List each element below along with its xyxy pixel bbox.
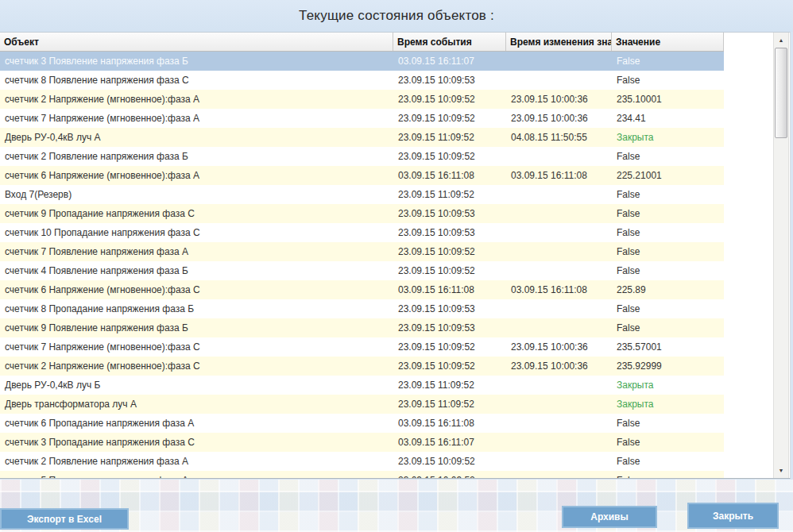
table-row[interactable]: Дверь РУ-0,4кВ луч Б23.09.15 11:09:52Зак… — [0, 376, 724, 395]
cell-change-time — [506, 242, 612, 261]
cell-value: False — [612, 452, 724, 471]
table-row[interactable]: счетчик 6 Напряжение (мгновенное):фаза С… — [0, 280, 724, 299]
cell-event-time: 03.09.15 16:11:08 — [393, 414, 506, 433]
cell-value: False — [612, 433, 724, 452]
table-row[interactable]: счетчик 6 Напряжение (мгновенное):фаза А… — [0, 166, 724, 185]
scrollbar-thumb[interactable] — [775, 48, 787, 138]
title-bar: Текущие состояния объектов : — [0, 0, 793, 32]
table-row[interactable]: счетчик 2 Появление напряжения фаза Б23.… — [0, 147, 724, 166]
cell-change-time: 23.09.15 10:00:36 — [506, 90, 612, 109]
table-row[interactable]: счетчик 7 Напряжение (мгновенное):фаза С… — [0, 337, 724, 357]
cell-value: 225.21001 — [612, 166, 724, 185]
scroll-up-icon[interactable]: ▲ — [774, 33, 788, 47]
table-row[interactable]: счетчик 2 Напряжение (мгновенное):фаза С… — [0, 357, 724, 376]
cell-change-time: 23.09.15 10:00:36 — [506, 357, 612, 376]
table-row[interactable]: счетчик 3 Пропадание напряжения фаза С03… — [0, 433, 724, 452]
cell-event-time: 23.09.15 10:09:52 — [393, 147, 506, 166]
scroll-down-icon[interactable]: ▼ — [774, 464, 788, 477]
cell-change-time: 03.09.15 16:11:08 — [506, 166, 612, 185]
cell-value: 235.10001 — [612, 90, 724, 109]
cell-object: счетчик 6 Напряжение (мгновенное):фаза А — [0, 166, 393, 185]
cell-object: счетчик 10 Пропадание напряжения фаза С — [0, 223, 393, 242]
cell-value: False — [612, 204, 724, 223]
cell-value: False — [612, 147, 724, 166]
cell-value: False — [612, 261, 724, 280]
table-row[interactable]: счетчик 8 Пропадание напряжения фаза Б23… — [0, 299, 724, 318]
table-row[interactable]: счетчик 7 Появление напряжения фаза А23.… — [0, 242, 724, 261]
cell-object: счетчик 6 Напряжение (мгновенное):фаза С — [0, 280, 393, 299]
table-row[interactable]: Дверь трансформатора луч А23.09.15 11:09… — [0, 395, 724, 414]
cell-change-time — [506, 147, 612, 166]
cell-object: счетчик 8 Пропадание напряжения фаза Б — [0, 299, 393, 318]
cell-object: счетчик 3 Появление напряжения фаза Б — [0, 52, 393, 71]
column-header-event-time[interactable]: Время события — [393, 33, 506, 51]
cell-change-time — [506, 185, 612, 204]
cell-value: 225.89 — [612, 280, 724, 299]
export-excel-button[interactable]: Экспорт в Excel — [0, 508, 129, 530]
cell-change-time: 23.09.15 10:00:36 — [506, 109, 612, 128]
cell-change-time — [506, 318, 612, 337]
vertical-scrollbar[interactable]: ▲ ▼ — [773, 33, 789, 478]
cell-value: False — [612, 414, 724, 433]
cell-change-time: 03.09.15 16:11:08 — [506, 280, 612, 299]
cell-object: Дверь РУ-0,4кВ луч А — [0, 128, 393, 147]
cell-change-time — [506, 452, 612, 471]
cell-change-time — [506, 261, 612, 280]
cell-change-time — [506, 223, 612, 242]
cell-value: Закрыта — [612, 376, 724, 395]
table-body: счетчик 3 Появление напряжения фаза Б03.… — [0, 52, 724, 479]
cell-change-time — [506, 471, 612, 479]
cell-object: счетчик 9 Пропадание напряжения фаза С — [0, 204, 393, 223]
cell-event-time: 23.09.15 10:09:52 — [393, 109, 506, 128]
cell-event-time: 23.09.15 10:09:53 — [393, 299, 506, 318]
table-row[interactable]: счетчик 8 Появление напряжения фаза С23.… — [0, 71, 724, 90]
cell-event-time: 23.09.15 10:09:53 — [393, 318, 506, 337]
table-row[interactable]: счетчик 6 Пропадание напряжения фаза А03… — [0, 414, 724, 433]
cell-event-time: 03.09.15 16:11:07 — [393, 433, 506, 452]
cell-event-time: 23.09.15 10:09:53 — [393, 223, 506, 242]
cell-event-time: 03.09.15 16:11:07 — [393, 52, 506, 71]
cell-event-time: 23.09.15 11:09:52 — [393, 395, 506, 414]
cell-event-time: 23.09.15 11:09:52 — [393, 185, 506, 204]
cell-value: Закрыта — [612, 128, 724, 147]
close-button[interactable]: Закрыть — [687, 503, 779, 529]
cell-object: счетчик 7 Напряжение (мгновенное):фаза А — [0, 109, 393, 128]
cell-value: 235.57001 — [612, 337, 724, 357]
cell-object: счетчик 2 Появление напряжения фаза Б — [0, 147, 393, 166]
cell-value: False — [612, 223, 724, 242]
cell-event-time: 23.09.15 11:09:52 — [393, 376, 506, 395]
cell-event-time: 23.09.15 10:09:52 — [393, 471, 506, 479]
cell-value: False — [612, 299, 724, 318]
table-row[interactable]: счетчик 7 Напряжение (мгновенное):фаза А… — [0, 109, 724, 128]
cell-value: False — [612, 52, 724, 71]
table-row[interactable]: счетчик 2 Появление напряжения фаза А23.… — [0, 452, 724, 471]
table-row[interactable]: Дверь РУ-0,4кВ луч А23.09.15 11:09:5204.… — [0, 128, 724, 147]
cell-object: счетчик 6 Пропадание напряжения фаза А — [0, 414, 393, 433]
table-row[interactable]: счетчик 3 Появление напряжения фаза Б03.… — [0, 52, 724, 71]
column-header-value[interactable]: Значение — [612, 33, 724, 51]
table-row[interactable]: Вход 7(Резерв)23.09.15 11:09:52False — [0, 185, 724, 204]
table-row[interactable]: счетчик 10 Пропадание напряжения фаза С2… — [0, 223, 724, 242]
cell-value: False — [612, 471, 724, 479]
table-header-row: Объект Время события Время изменения зна… — [0, 33, 724, 52]
column-header-change-time[interactable]: Время изменения знач — [506, 33, 612, 51]
table-row[interactable]: счетчик 2 Напряжение (мгновенное):фаза А… — [0, 90, 724, 109]
cell-event-time: 03.09.15 16:11:08 — [393, 166, 506, 185]
bottom-bar: Экспорт в Excel Архивы Закрыть — [0, 480, 793, 532]
table-row[interactable]: счетчик 5 Появление напряжения фаза А23.… — [0, 471, 724, 479]
cell-change-time — [506, 299, 612, 318]
page-title: Текущие состояния объектов : — [299, 8, 494, 24]
cell-object: счетчик 5 Появление напряжения фаза А — [0, 471, 393, 479]
archives-button[interactable]: Архивы — [562, 506, 657, 528]
table-row[interactable]: счетчик 9 Пропадание напряжения фаза С23… — [0, 204, 724, 223]
cell-object: счетчик 2 Напряжение (мгновенное):фаза С — [0, 357, 393, 376]
table-row[interactable]: счетчик 4 Появление напряжения фаза Б23.… — [0, 261, 724, 280]
cell-change-time: 04.08.15 11:50:55 — [506, 128, 612, 147]
cell-change-time: 23.09.15 10:00:36 — [506, 337, 612, 357]
cell-event-time: 23.09.15 10:09:52 — [393, 357, 506, 376]
column-header-object[interactable]: Объект — [0, 33, 393, 51]
table-row[interactable]: счетчик 9 Появление напряжения фаза Б23.… — [0, 318, 724, 337]
cell-change-time — [506, 433, 612, 452]
cell-value: False — [612, 71, 724, 90]
cell-value: False — [612, 185, 724, 204]
